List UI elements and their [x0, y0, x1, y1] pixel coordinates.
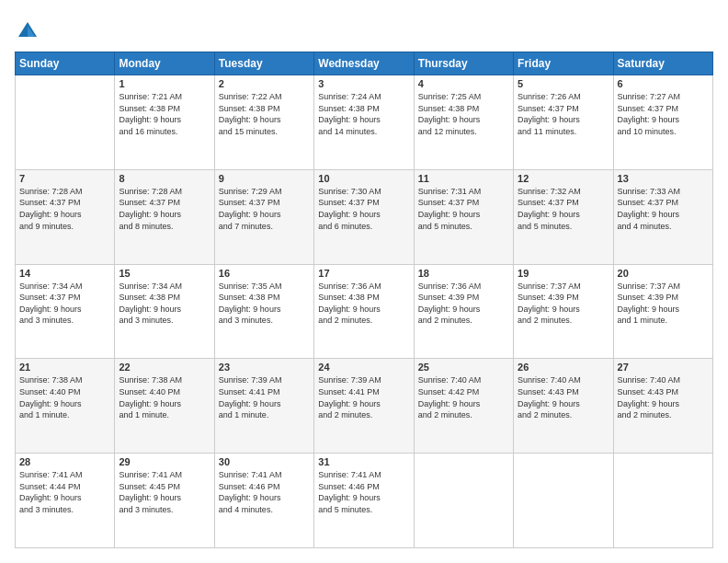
day-info: Sunrise: 7:34 AMSunset: 4:37 PMDaylight:… — [19, 281, 110, 327]
day-number: 22 — [119, 362, 210, 373]
day-info-line: Sunset: 4:38 PM — [318, 292, 409, 304]
day-info-line: Sunrise: 7:26 AM — [518, 91, 609, 103]
day-info-line: Sunrise: 7:39 AM — [219, 374, 310, 386]
day-info-line: Daylight: 9 hours — [119, 304, 210, 316]
day-info: Sunrise: 7:32 AMSunset: 4:37 PMDaylight:… — [518, 186, 609, 232]
day-info-line: Sunset: 4:39 PM — [618, 292, 709, 304]
day-info: Sunrise: 7:37 AMSunset: 4:39 PMDaylight:… — [518, 281, 609, 327]
day-number: 23 — [219, 362, 310, 373]
day-info-line: Sunset: 4:44 PM — [19, 481, 110, 493]
day-info-line: Sunset: 4:37 PM — [318, 197, 409, 209]
day-info-line: Daylight: 9 hours — [19, 398, 110, 410]
day-info-line: Sunset: 4:37 PM — [219, 197, 310, 209]
day-info-line: Sunrise: 7:32 AM — [518, 186, 609, 198]
day-info-line: Daylight: 9 hours — [318, 304, 409, 316]
calendar-cell: 25Sunrise: 7:40 AMSunset: 4:42 PMDayligh… — [414, 359, 513, 454]
day-info-line: Sunrise: 7:40 AM — [418, 374, 509, 386]
day-info-line: Sunset: 4:46 PM — [318, 481, 409, 493]
day-info-line: and 14 minutes. — [318, 126, 409, 138]
day-info-line: and 16 minutes. — [119, 126, 210, 138]
day-info-line: Daylight: 9 hours — [318, 398, 409, 410]
calendar-cell: 22Sunrise: 7:38 AMSunset: 4:40 PMDayligh… — [115, 359, 214, 454]
day-info-line: Sunrise: 7:24 AM — [318, 91, 409, 103]
day-info-line: and 3 minutes. — [119, 315, 210, 327]
day-info-line: Sunset: 4:41 PM — [219, 386, 310, 398]
day-info-line: Sunrise: 7:22 AM — [219, 91, 310, 103]
day-info: Sunrise: 7:21 AMSunset: 4:38 PMDaylight:… — [119, 91, 210, 137]
day-info-line: Sunrise: 7:40 AM — [518, 374, 609, 386]
day-number: 27 — [618, 362, 709, 373]
day-number: 9 — [219, 173, 310, 184]
day-info: Sunrise: 7:25 AMSunset: 4:38 PMDaylight:… — [418, 91, 509, 137]
day-info-line: and 2 minutes. — [318, 409, 409, 421]
calendar-week-0: 1Sunrise: 7:21 AMSunset: 4:38 PMDaylight… — [16, 75, 713, 170]
day-number: 29 — [119, 456, 210, 467]
day-info-line: Daylight: 9 hours — [618, 209, 709, 221]
day-info: Sunrise: 7:40 AMSunset: 4:43 PMDaylight:… — [518, 374, 609, 420]
day-info-line: Daylight: 9 hours — [318, 114, 409, 126]
day-info: Sunrise: 7:37 AMSunset: 4:39 PMDaylight:… — [618, 281, 709, 327]
day-info-line: Sunrise: 7:28 AM — [19, 186, 110, 198]
calendar-week-2: 14Sunrise: 7:34 AMSunset: 4:37 PMDayligh… — [16, 264, 713, 359]
day-number: 8 — [119, 173, 210, 184]
day-info-line: Daylight: 9 hours — [418, 304, 509, 316]
day-info-line: Daylight: 9 hours — [19, 209, 110, 221]
day-info: Sunrise: 7:38 AMSunset: 4:40 PMDaylight:… — [19, 374, 110, 420]
calendar-cell — [613, 454, 712, 548]
day-info: Sunrise: 7:41 AMSunset: 4:46 PMDaylight:… — [318, 469, 409, 515]
day-info-line: Sunset: 4:41 PM — [318, 386, 409, 398]
day-info-line: Daylight: 9 hours — [518, 304, 609, 316]
day-number: 4 — [418, 78, 509, 89]
day-info-line: and 3 minutes. — [219, 315, 310, 327]
calendar-cell: 10Sunrise: 7:30 AMSunset: 4:37 PMDayligh… — [314, 169, 414, 264]
day-info-line: Daylight: 9 hours — [618, 398, 709, 410]
day-info-line: Sunset: 4:37 PM — [19, 292, 110, 304]
calendar-table: SundayMondayTuesdayWednesdayThursdayFrid… — [15, 52, 713, 548]
day-info-line: Sunset: 4:38 PM — [119, 103, 210, 115]
day-info: Sunrise: 7:33 AMSunset: 4:37 PMDaylight:… — [618, 186, 709, 232]
day-number: 31 — [318, 456, 409, 467]
calendar-cell — [514, 454, 613, 548]
day-info-line: Daylight: 9 hours — [219, 398, 310, 410]
day-info-line: Sunrise: 7:25 AM — [418, 91, 509, 103]
calendar-cell: 16Sunrise: 7:35 AMSunset: 4:38 PMDayligh… — [214, 264, 313, 359]
day-info-line: and 3 minutes. — [119, 504, 210, 516]
day-info-line: Sunset: 4:40 PM — [19, 386, 110, 398]
day-info-line: and 3 minutes. — [19, 315, 110, 327]
day-number: 10 — [318, 173, 409, 184]
day-info: Sunrise: 7:26 AMSunset: 4:37 PMDaylight:… — [518, 91, 609, 137]
calendar-cell: 2Sunrise: 7:22 AMSunset: 4:38 PMDaylight… — [214, 75, 313, 170]
day-info-line: Sunset: 4:38 PM — [219, 103, 310, 115]
day-info-line: Sunset: 4:38 PM — [219, 292, 310, 304]
day-info: Sunrise: 7:38 AMSunset: 4:40 PMDaylight:… — [119, 374, 210, 420]
day-info-line: Sunrise: 7:29 AM — [219, 186, 310, 198]
day-number: 16 — [219, 268, 310, 279]
day-number: 17 — [318, 268, 409, 279]
day-info-line: Daylight: 9 hours — [219, 304, 310, 316]
day-info-line: Daylight: 9 hours — [119, 114, 210, 126]
day-number: 20 — [618, 268, 709, 279]
day-info: Sunrise: 7:31 AMSunset: 4:37 PMDaylight:… — [418, 186, 509, 232]
day-number: 7 — [19, 173, 110, 184]
day-info-line: and 2 minutes. — [518, 315, 609, 327]
day-info-line: and 8 minutes. — [119, 221, 210, 233]
day-info-line: Sunrise: 7:41 AM — [19, 469, 110, 481]
calendar-cell: 21Sunrise: 7:38 AMSunset: 4:40 PMDayligh… — [16, 359, 115, 454]
day-info-line: Sunrise: 7:31 AM — [418, 186, 509, 198]
calendar-cell: 11Sunrise: 7:31 AMSunset: 4:37 PMDayligh… — [414, 169, 513, 264]
day-number: 11 — [418, 173, 509, 184]
day-info-line: Daylight: 9 hours — [119, 398, 210, 410]
day-number: 19 — [518, 268, 609, 279]
day-info-line: Sunset: 4:37 PM — [618, 103, 709, 115]
day-number: 18 — [418, 268, 509, 279]
day-info-line: Sunrise: 7:28 AM — [119, 186, 210, 198]
day-info: Sunrise: 7:39 AMSunset: 4:41 PMDaylight:… — [219, 374, 310, 420]
day-info-line: and 5 minutes. — [418, 221, 509, 233]
day-info-line: Sunrise: 7:41 AM — [219, 469, 310, 481]
day-info-line: Daylight: 9 hours — [119, 209, 210, 221]
calendar-cell: 24Sunrise: 7:39 AMSunset: 4:41 PMDayligh… — [314, 359, 414, 454]
day-info-line: and 3 minutes. — [19, 504, 110, 516]
day-number: 14 — [19, 268, 110, 279]
calendar-cell — [414, 454, 513, 548]
weekday-header-thursday: Thursday — [414, 52, 513, 75]
